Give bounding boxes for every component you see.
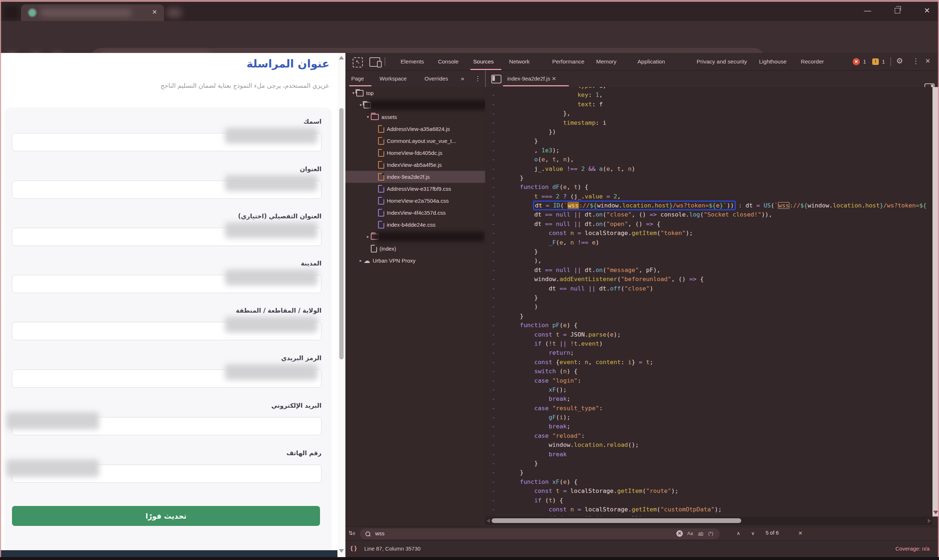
gutter-marker[interactable]: - bbox=[492, 496, 495, 505]
code-line[interactable]: - }) bbox=[485, 127, 933, 136]
tree-item-commonlayout-vue-vue-t-[interactable]: CommonLayout.vue_vue_t... bbox=[345, 135, 485, 147]
code-line[interactable]: - const n = localStorage.getItem("token"… bbox=[485, 229, 933, 238]
code-line[interactable]: - key: 1, bbox=[485, 90, 933, 99]
code-line[interactable]: - dt = ID(`wss://${window.location.host}… bbox=[485, 201, 933, 210]
code-line[interactable]: - if (!t || !t.event) bbox=[485, 339, 933, 348]
whole-word-button[interactable]: ab bbox=[698, 531, 703, 536]
code-line[interactable]: - } bbox=[485, 468, 933, 477]
gutter-marker[interactable]: - bbox=[492, 182, 495, 191]
code-line[interactable]: - break; bbox=[485, 422, 933, 431]
gutter-marker[interactable]: - bbox=[492, 293, 495, 302]
gutter-marker[interactable]: - bbox=[492, 422, 495, 431]
devtools-close-icon[interactable]: ✕ bbox=[925, 57, 930, 65]
file-tab-close-icon[interactable]: ✕ bbox=[552, 75, 557, 82]
gutter-marker[interactable]: - bbox=[492, 109, 495, 118]
code-line[interactable]: - j_.value !== 2 && a(e, t, n) bbox=[485, 164, 933, 173]
editor-horizontal-scrollbar[interactable] bbox=[485, 517, 933, 525]
gutter-marker[interactable]: - bbox=[492, 514, 495, 517]
settings-gear-icon[interactable]: ⚙ bbox=[896, 57, 903, 65]
code-line[interactable]: - gF(i); bbox=[485, 413, 933, 422]
gutter-marker[interactable]: - bbox=[492, 146, 495, 155]
gutter-marker[interactable]: - bbox=[492, 459, 495, 468]
page-scrollbar[interactable] bbox=[337, 53, 345, 557]
code-line[interactable]: - window.location.reload(); bbox=[485, 440, 933, 449]
scroll-left-arrow-icon[interactable] bbox=[486, 518, 490, 523]
update-now-button[interactable]: تحديث فورًا bbox=[12, 506, 320, 526]
gutter-marker[interactable]: - bbox=[492, 127, 495, 136]
tree-expand-arrow-icon[interactable]: ▸ bbox=[358, 258, 363, 263]
gutter-marker[interactable]: - bbox=[492, 376, 495, 385]
code-line[interactable]: - } bbox=[485, 173, 933, 182]
gutter-marker[interactable]: - bbox=[492, 192, 495, 201]
devtools-tab-console[interactable]: Console bbox=[438, 53, 459, 70]
tree-item-index-9ea2de2f-js[interactable]: index-9ea2de2f.js bbox=[345, 171, 485, 183]
gutter-marker[interactable]: - bbox=[492, 505, 495, 514]
clear-search-icon[interactable]: ✕ bbox=[676, 530, 683, 537]
gutter-marker[interactable]: - bbox=[492, 155, 495, 164]
gutter-marker[interactable]: - bbox=[492, 477, 495, 486]
code-line[interactable]: - break; bbox=[485, 394, 933, 403]
gutter-marker[interactable]: - bbox=[492, 87, 495, 90]
code-line[interactable]: - if (n === "" || n == null) bbox=[485, 514, 933, 517]
code-line[interactable]: - const {event: n, content: i} = t; bbox=[485, 358, 933, 367]
sources-subtab-page[interactable]: Page bbox=[351, 70, 364, 87]
code-line[interactable]: - dt == null || dt.on("close", () => con… bbox=[485, 210, 933, 219]
tree-expand-arrow-icon[interactable]: ▾ bbox=[365, 115, 371, 119]
gutter-marker[interactable]: - bbox=[492, 256, 495, 265]
gutter-marker[interactable]: - bbox=[492, 302, 495, 311]
gutter-marker[interactable]: - bbox=[492, 275, 495, 284]
code-line[interactable]: - timestamp: i bbox=[485, 118, 933, 127]
tree-item--index-[interactable]: (index) bbox=[345, 243, 485, 255]
browser-tab[interactable]: ✕ bbox=[21, 5, 164, 21]
tree-item-indexview-4f4c357d-css[interactable]: IndexView-4f4c357d.css bbox=[345, 207, 485, 219]
tree-expand-arrow-icon[interactable]: ▸ bbox=[365, 234, 371, 239]
scroll-up-arrow-icon[interactable] bbox=[339, 56, 344, 60]
code-line[interactable]: - break bbox=[485, 450, 933, 459]
code-line[interactable]: - } bbox=[485, 293, 933, 302]
code-line[interactable]: - switch (n) { bbox=[485, 367, 933, 376]
warning-badge-icon[interactable]: ! bbox=[872, 58, 879, 65]
devtools-tab-recorder[interactable]: Recorder bbox=[801, 53, 824, 70]
regex-button[interactable]: (*) bbox=[708, 531, 713, 536]
code-line[interactable]: - xF(); bbox=[485, 385, 933, 394]
sources-subtab-workspace[interactable]: Workspace bbox=[380, 70, 407, 87]
gutter-marker[interactable]: - bbox=[492, 312, 495, 321]
gutter-marker[interactable]: - bbox=[492, 339, 495, 348]
code-line[interactable]: - , 1e3); bbox=[485, 146, 933, 155]
subtab-kebab-icon[interactable]: ⋮ bbox=[474, 70, 481, 87]
toggle-navigator-icon[interactable] bbox=[491, 75, 502, 83]
devtools-tab-privacy-and-security[interactable]: Privacy and security bbox=[697, 53, 747, 70]
devtools-tab-network[interactable]: Network bbox=[509, 53, 530, 70]
code-line[interactable]: - case "reload": bbox=[485, 431, 933, 440]
devtools-tab-lighthouse[interactable]: Lighthouse bbox=[759, 53, 787, 70]
gutter-marker[interactable]: - bbox=[492, 247, 495, 256]
code-line[interactable]: - dt == null || dt.off("close") bbox=[485, 284, 933, 293]
gutter-marker[interactable]: - bbox=[492, 321, 495, 330]
scroll-down-arrow-icon[interactable] bbox=[933, 511, 938, 514]
gutter-marker[interactable]: - bbox=[492, 118, 495, 127]
tab-close-icon[interactable]: ✕ bbox=[150, 8, 159, 17]
pretty-print-icon[interactable]: { } bbox=[351, 545, 357, 552]
devtools-tab-application[interactable]: Application bbox=[637, 53, 665, 70]
code-line[interactable]: - const t = localStorage.getItem("route"… bbox=[485, 486, 933, 495]
gutter-marker[interactable]: - bbox=[492, 201, 495, 210]
gutter-marker[interactable]: - bbox=[492, 219, 495, 229]
gutter-marker[interactable]: - bbox=[492, 210, 495, 219]
search-mode-icon[interactable]: ⇅B bbox=[348, 530, 355, 537]
gutter-marker[interactable]: - bbox=[492, 450, 495, 459]
gutter-marker[interactable]: - bbox=[492, 486, 495, 495]
devtools-tab-elements[interactable]: Elements bbox=[400, 53, 424, 70]
code-line[interactable]: - } bbox=[485, 312, 933, 321]
code-line[interactable]: - function xF(e) { bbox=[485, 477, 933, 486]
gutter-marker[interactable]: - bbox=[492, 266, 495, 275]
gutter-marker[interactable]: - bbox=[492, 229, 495, 238]
gutter-marker[interactable]: - bbox=[492, 358, 495, 367]
gutter-marker[interactable]: - bbox=[492, 136, 495, 145]
tree-item-index-b4dde24e-css[interactable]: index-b4dde24e.css bbox=[345, 219, 485, 231]
code-line[interactable]: - type: u, bbox=[485, 87, 933, 90]
tree-item-addressview-e317fbf9-css[interactable]: AddressView-e317fbf9.css bbox=[345, 183, 485, 195]
sources-subtab-overrides[interactable]: Overrides bbox=[425, 70, 448, 87]
tab-search-blurred[interactable] bbox=[5, 6, 19, 19]
code-line[interactable]: - case "login": bbox=[485, 376, 933, 385]
scroll-right-arrow-icon[interactable] bbox=[928, 518, 931, 523]
